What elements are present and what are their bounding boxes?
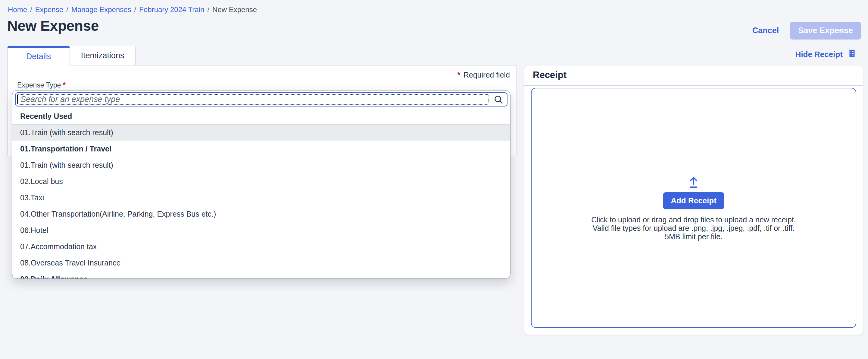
expense-type-label-text: Expense Type (17, 81, 61, 89)
dropdown-group-daily-allowance-partial: 02.Daily Allowance (12, 271, 510, 279)
tab-details[interactable]: Details (7, 46, 70, 65)
breadcrumb-current: New Expense (212, 5, 257, 14)
expense-type-search-input[interactable] (15, 92, 507, 107)
dropdown-item-train-recent[interactable]: 01.Train (with search result) (12, 124, 510, 141)
receipt-icon (847, 48, 857, 61)
dropdown-item-accommodation-tax[interactable]: 07.Accommodation tax (12, 238, 510, 255)
header-actions: Cancel Save Expense (752, 22, 861, 39)
breadcrumb: Home / Expense / Manage Expenses / Febru… (8, 5, 257, 14)
hide-receipt-toggle[interactable]: Hide Receipt (796, 48, 858, 61)
upload-instructions-line2: Valid file types for upload are .png, .j… (591, 224, 796, 232)
required-field-note: * Required field (457, 70, 510, 80)
breadcrumb-separator: / (30, 5, 32, 14)
upload-instructions-line3: 5MB limit per file. (591, 232, 796, 241)
required-field-label: Required field (464, 71, 510, 79)
dropdown-item-other-transportation[interactable]: 04.Other Transportation(Airline, Parking… (12, 206, 510, 222)
breadcrumb-home[interactable]: Home (8, 5, 27, 14)
breadcrumb-manage-expenses[interactable]: Manage Expenses (71, 5, 131, 14)
expense-type-dropdown: Recently Used 01.Train (with search resu… (12, 90, 510, 279)
upload-instructions: Click to upload or drag and drop files t… (591, 215, 796, 241)
hide-receipt-label: Hide Receipt (796, 50, 843, 59)
dropdown-group-recently-used: Recently Used (12, 108, 510, 124)
breadcrumb-separator: / (134, 5, 136, 14)
add-receipt-button[interactable]: Add Receipt (663, 192, 724, 210)
breadcrumb-separator: / (66, 5, 68, 14)
receipt-divider (524, 85, 863, 86)
expense-type-required-asterisk: * (63, 81, 66, 89)
receipt-upload-dropzone[interactable]: Add Receipt Click to upload or drag and … (531, 88, 856, 328)
tab-bar: Details Itemizations (7, 46, 135, 65)
page-title: New Expense (7, 18, 99, 34)
expense-type-label: Expense Type * (17, 81, 66, 89)
required-asterisk: * (457, 70, 461, 80)
receipt-panel-title: Receipt (533, 70, 566, 81)
dropdown-group-transportation-travel: 01.Transportation / Travel (12, 141, 510, 157)
breadcrumb-expense[interactable]: Expense (35, 5, 63, 14)
tab-itemizations[interactable]: Itemizations (70, 46, 135, 65)
breadcrumb-report[interactable]: February 2024 Train (139, 5, 204, 14)
cancel-button[interactable]: Cancel (752, 26, 779, 35)
dropdown-item-local-bus[interactable]: 02.Local bus (12, 173, 510, 190)
breadcrumb-separator: / (207, 5, 209, 14)
dropdown-item-taxi[interactable]: 03.Taxi (12, 190, 510, 206)
save-expense-button[interactable]: Save Expense (790, 22, 861, 39)
expense-type-search-area (12, 90, 510, 108)
dropdown-item-train[interactable]: 01.Train (with search result) (12, 157, 510, 173)
receipt-panel: Receipt Add Receipt Click to upload or d… (524, 65, 863, 335)
upload-arrow-icon (686, 175, 701, 189)
search-icon[interactable] (493, 94, 503, 105)
upload-instructions-line1: Click to upload or drag and drop files t… (591, 215, 796, 224)
dropdown-item-hotel[interactable]: 06.Hotel (12, 222, 510, 238)
dropdown-item-overseas-travel-insurance[interactable]: 08.Overseas Travel Insurance (12, 255, 510, 271)
